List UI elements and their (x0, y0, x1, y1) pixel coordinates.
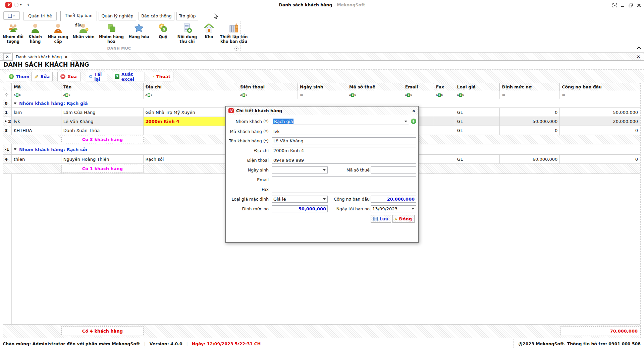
cell-ten[interactable]: Nguyễn Hoàng Thiện (61, 155, 144, 163)
opening-debt-field[interactable] (371, 196, 416, 203)
column-header-dia-chi[interactable]: Địa chỉ (144, 83, 238, 91)
ribbon-group-launcher-icon[interactable]: ▾ (234, 47, 238, 51)
name-field[interactable] (272, 137, 416, 144)
dob-combo[interactable] (272, 166, 328, 173)
cell-dinh-muc-no[interactable]: 0 (500, 126, 560, 135)
cell-loai-gia[interactable]: GL (455, 155, 500, 163)
cell-dinh-muc-no[interactable]: 0 (500, 108, 560, 117)
column-header-dien-thoai[interactable]: Điện thoại (238, 83, 298, 91)
filter-cell-dia-chi[interactable]: ABC (144, 91, 238, 99)
ribbon-item-hang-hoa[interactable]: Hàng hóa (127, 22, 151, 40)
filter-cell-ten[interactable]: ABC (61, 91, 144, 99)
cell-ten[interactable]: Lâm Cửa Hàng (61, 108, 144, 117)
filter-cell-email[interactable]: ABC (403, 91, 434, 99)
tabstrip-close-icon[interactable]: × (637, 54, 640, 60)
code-field[interactable] (272, 128, 416, 135)
cell-fax[interactable] (434, 155, 455, 163)
cell-dia-chi[interactable] (144, 126, 238, 135)
tax-field[interactable] (371, 166, 416, 173)
cell-dia-chi[interactable]: Gần Nhà Trọ Mỹ Xuyên (144, 108, 238, 117)
cell-dinh-muc-no[interactable]: 60,000,000 (500, 155, 560, 163)
filter-cell-fax[interactable]: ABC (434, 91, 455, 99)
cell-ma[interactable]: thien (12, 155, 61, 163)
close-button[interactable] (637, 3, 641, 7)
edit-button[interactable]: Sửa (31, 72, 53, 81)
filter-cell-ma-so-thue[interactable]: ABC (347, 91, 403, 99)
ribbon-item-kho[interactable]: Kho (201, 22, 217, 40)
collapse-triangle-icon[interactable] (14, 148, 16, 150)
column-header-dinh-muc-no[interactable]: Định mức nợ (500, 83, 560, 91)
cell-ma[interactable]: lam (12, 108, 61, 117)
ribbon-item-nha-cung-cap[interactable]: DX Nhà cung cấp (47, 22, 69, 44)
cell-fax[interactable] (434, 126, 455, 135)
ribbon-tab-thiet-lap-ban-dau[interactable]: Thiết lập ban đầu (60, 11, 97, 21)
minimize-button[interactable] (621, 3, 625, 7)
column-header-fax[interactable]: Fax (434, 83, 455, 91)
ribbon-tab-tro-giup[interactable]: Trợ giúp (176, 12, 198, 20)
cell-dia-chi-highlighted[interactable]: 2000m Kinh 4 (144, 117, 238, 126)
group-combo[interactable]: Rạch giá (272, 118, 409, 125)
column-header-loai-gia[interactable]: Loại giá (455, 83, 500, 91)
ribbon-collapse-icon[interactable] (636, 46, 642, 50)
cell-loai-gia[interactable]: GL (455, 117, 500, 126)
chevron-down-icon[interactable] (323, 169, 326, 171)
price-type-combo[interactable]: Giá lẻ (272, 196, 328, 203)
application-menu-button[interactable]: ▽ (3, 11, 20, 20)
close-all-tabs-button[interactable]: × (3, 53, 11, 60)
filter-cell-ma[interactable]: ABC (12, 91, 61, 99)
tab-close-icon[interactable]: × (64, 55, 68, 59)
filter-cell-loai-gia[interactable]: ABC (455, 91, 500, 99)
filter-pin-icon[interactable] (3, 91, 12, 99)
collapse-triangle-icon[interactable] (14, 102, 16, 105)
ribbon-item-nhom-doi-tuong[interactable]: Nhóm đối tượng (3, 22, 23, 44)
fax-field[interactable] (272, 186, 416, 193)
debt-limit-field[interactable] (272, 205, 328, 212)
chevron-down-icon[interactable] (412, 208, 414, 210)
phone-field[interactable] (272, 157, 416, 164)
column-header-email[interactable]: Email (403, 83, 434, 91)
cell-dinh-muc-no[interactable]: 50,000,000 (500, 117, 560, 126)
filter-cell-cong-no-ban-dau[interactable]: = (560, 91, 640, 99)
ribbon-item-quy[interactable]: €$ Quỹ (153, 22, 173, 40)
filter-cell-dinh-muc-no[interactable]: = (500, 91, 560, 99)
ribbon-tab-quan-tri-he-thong[interactable]: Quản trị hệ thống (23, 12, 57, 20)
cell-cong-no[interactable]: 0 (560, 126, 640, 135)
chevron-down-icon[interactable] (323, 198, 326, 200)
cell-cong-no[interactable]: 50,000,000 (560, 108, 640, 117)
column-header-ten[interactable]: Tên (61, 83, 144, 91)
export-excel-button[interactable]: X Xuất excel (112, 72, 145, 81)
email-field[interactable] (272, 176, 416, 183)
cell-loai-gia[interactable]: GL (455, 108, 500, 117)
restore-button[interactable] (629, 3, 633, 7)
close-dialog-button[interactable]: Đóng (392, 215, 415, 223)
column-header-ma[interactable]: Mã (12, 83, 61, 91)
column-header-cong-no-ban-dau[interactable]: Công nợ ban đầu (560, 83, 640, 91)
ribbon-item-khach-hang[interactable]: Khách hàng (26, 22, 45, 44)
add-group-button[interactable]: + (411, 119, 416, 124)
add-button[interactable]: + Thêm (6, 72, 26, 81)
cell-fax[interactable] (434, 117, 455, 126)
ribbon-tab-bao-cao-thong-ke[interactable]: Báo cáo thống kê (139, 12, 174, 20)
cell-ten[interactable]: Danh Xuân Thừa (61, 126, 144, 135)
dialog-titlebar[interactable]: V Chi tiết khách hàng × (226, 107, 418, 115)
cell-fax[interactable] (434, 108, 455, 117)
ribbon-tab-quan-ly-nghiep-vu[interactable]: Quản lý nghiệp vụ (99, 12, 136, 20)
exit-button[interactable]: Thoát (150, 72, 173, 81)
delete-button[interactable]: − Xóa (57, 72, 81, 81)
chevron-down-icon[interactable] (405, 121, 407, 122)
column-header-ngay-sinh[interactable]: Ngày sinh (298, 83, 347, 91)
cell-cong-no[interactable]: 0 (560, 155, 640, 163)
document-tab-danh-sach-khach-hang[interactable]: Danh sách khách hàng × (12, 53, 71, 61)
ribbon-item-noi-dung-thu-chi[interactable]: Nội dung thu chi (175, 22, 199, 44)
address-field[interactable] (272, 147, 416, 154)
column-header-ma-so-thue[interactable]: Mã số thuế (347, 83, 403, 91)
filter-cell-ngay-sinh[interactable]: = (298, 91, 347, 99)
filter-cell-dien-thoai[interactable]: ABC (238, 91, 298, 99)
cell-ten[interactable]: Lê Văn Kháng (61, 117, 144, 126)
cell-dia-chi[interactable]: Rạch sỏi (144, 155, 238, 163)
cell-ma[interactable]: lvk (12, 117, 61, 126)
cell-loai-gia[interactable]: GL (455, 126, 500, 135)
ribbon-item-thiet-lap-ton-kho[interactable]: Thiết lập tồn kho ban đầu (219, 22, 249, 44)
fit-screen-button[interactable] (612, 3, 617, 7)
cell-cong-no[interactable]: 20,000,000 (560, 117, 640, 126)
